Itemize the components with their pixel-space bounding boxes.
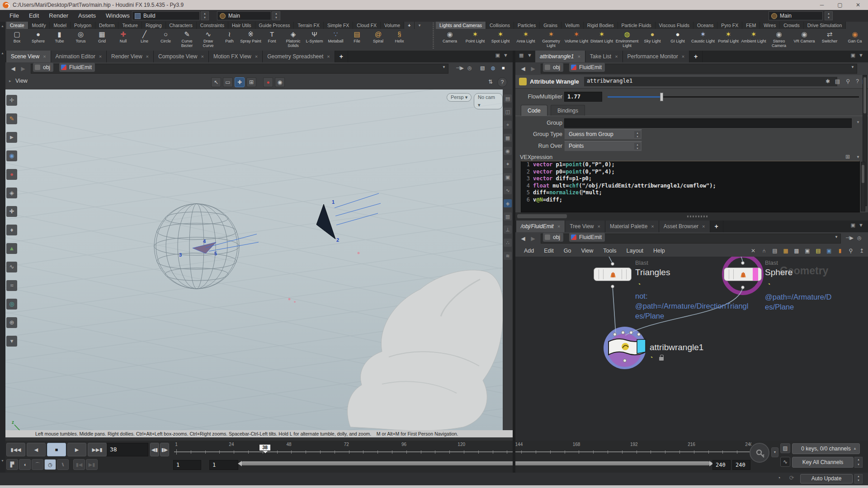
close-icon[interactable]: ×	[577, 54, 580, 59]
scene-spinner[interactable]: ▲▼	[272, 11, 280, 20]
slider-handle[interactable]	[660, 93, 663, 101]
node-input-dot[interactable]	[637, 333, 641, 336]
breadcrumb-node[interactable]: FluidEmit	[59, 63, 95, 72]
shelf-tool[interactable]: ◍ Environment Light	[614, 29, 640, 51]
search-icon[interactable]: ⚲	[846, 78, 850, 84]
pane-tab[interactable]: attribwrangle1×	[535, 51, 585, 62]
menu-item[interactable]: File	[5, 10, 24, 22]
lock-icon[interactable]: ◉	[6, 150, 17, 161]
pane-tab[interactable]: +	[710, 221, 723, 232]
layout-icon[interactable]: ◫	[504, 108, 512, 116]
node-output-dot[interactable]	[611, 285, 614, 288]
breadcrumb-node[interactable]: FluidEmit	[569, 233, 605, 242]
flow-multiplier-field[interactable]: 1.77	[564, 92, 602, 102]
shelf-tab[interactable]: Rigging	[142, 22, 166, 29]
shelf-tool[interactable]: ◉ Camera	[437, 29, 462, 51]
terrain-icon[interactable]: ▲	[6, 243, 17, 254]
shelf-tool[interactable]: ▤ File	[346, 29, 368, 51]
close-icon[interactable]: ×	[255, 54, 258, 59]
memory-icon[interactable]: ◔	[774, 474, 784, 483]
range-start-field[interactable]: 1	[173, 460, 201, 470]
shelf-tool[interactable]: ✚ Null	[113, 29, 134, 51]
nav-back-icon[interactable]: ◀	[519, 65, 527, 73]
pane-expand-icon[interactable]: ▲	[1, 52, 4, 55]
shelf-tab[interactable]: Rigid Bodies	[584, 22, 618, 29]
stop-button[interactable]: ■	[47, 443, 66, 456]
shelf-tool[interactable]: ✶ Area Light	[513, 29, 538, 51]
menu-item[interactable]: Assets	[73, 10, 101, 22]
follow-icon[interactable]: ◎	[857, 235, 862, 241]
move-tool-icon[interactable]: ✚	[235, 77, 245, 87]
pane-tab[interactable]: Material Palette×	[605, 221, 659, 232]
hair-icon[interactable]: ≈	[6, 280, 17, 291]
breadcrumb-root[interactable]: obj	[33, 63, 53, 72]
shelf-tool[interactable]: ● Sphere	[28, 29, 49, 51]
pane-tab[interactable]: Motion FX View×	[209, 51, 263, 62]
shelf-tab[interactable]: Constraints	[197, 22, 228, 29]
integer-frames-icon[interactable]: ⑊	[57, 459, 69, 470]
group-field[interactable]	[564, 118, 852, 128]
path-dropdown-icon[interactable]: ▼	[851, 65, 854, 69]
shelf-tab[interactable]: Deform	[95, 22, 118, 29]
breadcrumb-root[interactable]: obj	[543, 233, 563, 242]
shelf-tool[interactable]: ⇄ Switcher	[817, 29, 842, 51]
node-attribwrangle1[interactable]	[607, 337, 647, 358]
shelf-tab[interactable]: Simple FX	[324, 22, 353, 29]
path-dropdown-icon[interactable]: ▼	[835, 235, 838, 239]
pane-tab[interactable]: Render View×	[107, 51, 154, 62]
audio-icon[interactable]: ◖	[19, 459, 31, 470]
shelf-tab[interactable]: Model	[50, 22, 71, 29]
pane-splitter[interactable]	[515, 212, 868, 221]
shelf-tab[interactable]: Collisions	[486, 22, 514, 29]
close-button[interactable]: ✕	[849, 0, 867, 10]
minimize-button[interactable]: ─	[813, 0, 831, 10]
shelf-tool[interactable]: ◉ Gan Ca	[842, 29, 868, 51]
scene-viewport[interactable]: 1 2 3 4 5 z x	[5, 89, 503, 430]
tab-bindings[interactable]: Bindings	[551, 105, 585, 116]
flow-multiplier-slider[interactable]	[608, 96, 859, 98]
close-icon[interactable]: ×	[43, 54, 46, 59]
cloth-icon[interactable]: ∿	[6, 262, 17, 272]
close-icon[interactable]: ×	[201, 54, 203, 59]
shelf-tab[interactable]: Particle Fluids	[618, 22, 656, 29]
camera-toggle-icon[interactable]: ◉	[504, 147, 512, 155]
sticky-note-icon[interactable]: ▤	[814, 246, 823, 255]
shelf-tab[interactable]: Guide Process	[255, 22, 294, 29]
shelf-tab[interactable]: Grains	[540, 22, 561, 29]
menu-item[interactable]: Edit	[24, 10, 44, 22]
shelf-tool[interactable]: ✎ Curve Bezier	[176, 29, 198, 51]
select-tool-icon[interactable]: ►	[6, 132, 17, 143]
close-icon[interactable]: ×	[146, 54, 149, 59]
refresh-icon[interactable]: ⟳	[787, 474, 797, 483]
shelf-tab[interactable]: Cloud FX	[353, 22, 381, 29]
node-name-label[interactable]: Sphere	[765, 267, 793, 277]
close-icon[interactable]: ×	[327, 54, 330, 59]
menu-item[interactable]: Windows	[101, 10, 135, 22]
pane-menu-arrow-icon[interactable]: ▼	[859, 222, 863, 228]
right-desktop-selector[interactable]: Main	[769, 11, 823, 20]
maximize-button[interactable]: ▢	[831, 0, 849, 10]
node-input-dot[interactable]	[741, 261, 745, 265]
node-input-dot[interactable]	[621, 331, 625, 334]
shelf-tab[interactable]: Volume	[381, 22, 404, 29]
shelf-tab[interactable]: Modify	[28, 22, 50, 29]
close-icon[interactable]: ×	[615, 54, 618, 59]
shelf-more-arrow-icon[interactable]: ▼	[418, 23, 421, 28]
shelf-tab[interactable]: Characters	[166, 22, 197, 29]
pane-tab[interactable]: Asset Browser×	[659, 221, 710, 232]
pane-layout-icon[interactable]: ▣	[495, 52, 500, 58]
ghost-icon[interactable]: ◍	[491, 65, 495, 71]
right-desktop-spinner[interactable]: ▲▼	[825, 11, 833, 20]
expand-editor-icon[interactable]: ⊞	[845, 154, 850, 160]
shelf-tool[interactable]: ✶ Portal Light	[716, 29, 741, 51]
path-dropdown-icon[interactable]: ▼	[442, 65, 446, 69]
next-key-icon[interactable]: ▶▮	[86, 459, 98, 470]
code-hscrollbar[interactable]	[517, 214, 567, 218]
arc-mode-icon[interactable]: ⌒	[32, 459, 43, 470]
close-icon[interactable]: ×	[557, 224, 560, 229]
tree-view-icon[interactable]: ⑃	[760, 246, 769, 255]
view-tool-icon[interactable]: ✛	[6, 95, 17, 106]
pane-tab[interactable]: Performance Monitor×	[623, 51, 689, 62]
nav-back-icon[interactable]: ◀	[519, 235, 527, 243]
playback-start-field[interactable]: 1	[209, 460, 238, 470]
